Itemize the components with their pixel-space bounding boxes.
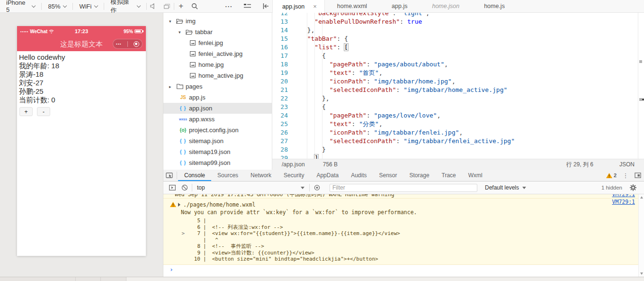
code-line-18[interactable]: 18 "pagePath": "pages/about/about", (272, 60, 637, 69)
console-code-line[interactable]: 10|<button size="mini" bindtap="headclic… (163, 256, 644, 263)
warning-count-badge[interactable]: 2 (603, 172, 619, 178)
scroll-down-icon[interactable] (640, 272, 643, 275)
debugger-tab-appdata[interactable]: AppData (310, 170, 345, 181)
search-icon[interactable] (188, 0, 201, 12)
code-line-22[interactable]: 22 }, (272, 94, 637, 103)
code-line-25[interactable]: 25 "text": "分类", (272, 120, 637, 128)
compile-mode-icon[interactable] (241, 0, 254, 12)
code-line-13[interactable]: 13 "enablePullDownRefresh": true (272, 18, 637, 26)
console-code-line[interactable]: 8|<!-- 事件监听 --> (163, 243, 644, 250)
chevron-right-icon[interactable]: ▸ (169, 84, 175, 89)
network-select[interactable]: WiFi (73, 0, 104, 12)
console-code-line[interactable]: >7|<view wx:for="{{student}}">{{item.nam… (163, 230, 644, 237)
code-line-24[interactable]: 24 "pagePath": "pages/love/love", (272, 111, 637, 120)
console-scrollbar[interactable] (638, 194, 644, 277)
code-line-17[interactable]: 17 { (272, 52, 637, 60)
scroll-up-icon[interactable] (640, 196, 643, 199)
console-code-line[interactable]: 9|<view>当前计数: {{counter}}</view> (163, 250, 644, 256)
file-tree-item-home.jpg[interactable]: home.jpg (163, 59, 272, 70)
debugger-tab-sensor[interactable]: Sensor (373, 170, 403, 181)
file-tree-item-sitemap19.json[interactable]: { }sitemap19.json (163, 146, 272, 157)
more-menu-icon[interactable]: ••• (116, 42, 121, 46)
debugger-tab-wxml[interactable]: Wxml (462, 170, 489, 181)
log-levels-select[interactable]: Default levels (485, 184, 526, 191)
file-tree-item-fenlei.jpg[interactable]: fenlei.jpg (163, 37, 272, 48)
scale-select[interactable]: 85% (42, 0, 72, 12)
debugger-tab-console[interactable]: Console (178, 170, 211, 181)
dock-side-icon[interactable] (632, 170, 644, 181)
live-expression-icon[interactable] (311, 181, 323, 194)
editor-tab-home.wxml[interactable]: home.wxml (325, 0, 379, 12)
file-tree-item-sitemap.json[interactable]: { }sitemap.json (163, 136, 272, 146)
code-line-28[interactable]: 28 } (272, 145, 637, 154)
file-tree-item-project.config.json[interactable]: {o}project.config.json (163, 125, 272, 136)
console-sidebar-icon[interactable] (166, 181, 179, 194)
float-window-icon[interactable] (160, 0, 174, 12)
source-link[interactable]: VM729:1 (612, 194, 635, 198)
cursor-position[interactable]: 行 29, 列 6 (566, 161, 593, 169)
capsule-menu[interactable]: ••• (113, 39, 143, 49)
file-tree-item-img[interactable]: ▾img (163, 16, 272, 27)
code-editor[interactable]: 12 "backgroundTextStyle": "light",13 "en… (272, 13, 644, 159)
sound-icon[interactable] (147, 0, 161, 12)
minus-button[interactable]: - (37, 107, 50, 116)
file-tree-item-home_active.jpg[interactable]: home_active.jpg (163, 70, 272, 81)
debugger-tab-trace[interactable]: Trace (436, 170, 462, 181)
editor-tab-home.json[interactable]: home.json (420, 0, 472, 12)
debugger-tab-sources[interactable]: Sources (211, 170, 244, 181)
toggle-panel-icon[interactable] (259, 0, 272, 12)
device-select[interactable]: iPhone 5 (0, 0, 41, 12)
file-tree-item-app.js[interactable]: JSapp.js (163, 92, 272, 103)
console-code-line[interactable]: 6|<!-- 列表渲染:wx:for --> (163, 224, 644, 231)
debugger-tab-security[interactable]: Security (277, 170, 310, 181)
file-tree-item-tabbar[interactable]: ▾tabbar (163, 27, 272, 37)
file-tree-item-fenlei_active.jpg[interactable]: fenlei_active.jpg (163, 48, 272, 59)
language-mode[interactable]: JSON (619, 161, 635, 168)
chevron-down-icon[interactable]: ▾ (179, 30, 185, 35)
code-line-23[interactable]: 23 { (272, 103, 637, 111)
more-options-icon[interactable]: ··· (222, 0, 236, 12)
file-tree-item-app.json[interactable]: { }app.json (163, 103, 272, 114)
editor-tab-app.json[interactable]: app.json× (272, 0, 325, 13)
add-icon[interactable]: + (174, 0, 188, 12)
simulate-menu[interactable]: 模拟操作 (104, 0, 146, 12)
console-settings-icon[interactable] (627, 181, 639, 194)
code-line-27[interactable]: 27 "selectedIconPath": "img/tabbar/fenle… (272, 137, 637, 145)
editor-scrollbar[interactable] (638, 13, 644, 159)
console-filter-input[interactable] (330, 184, 477, 192)
chevron-down-icon[interactable]: ▾ (169, 19, 175, 24)
code-line-14[interactable]: 14 }, (272, 26, 637, 35)
file-tree-item-sitemap99.json[interactable]: { }sitemap99.json (163, 157, 272, 168)
console-code-line[interactable]: 5| (163, 218, 644, 224)
clear-console-icon[interactable] (179, 181, 191, 194)
debugger-tab-network[interactable]: Network (244, 170, 277, 181)
file-tree-item-app.wxss[interactable]: wxssapp.wxss (163, 114, 272, 125)
context-select[interactable]: top (193, 181, 308, 194)
code-line-19[interactable]: 19 "text": "首页", (272, 69, 637, 77)
code-line-29[interactable]: 29 ] (272, 154, 637, 159)
editor-tab-app.js[interactable]: app.js (379, 0, 420, 12)
code-line-26[interactable]: 26 "iconPath": "img/tabbar/fenlei.jpg", (272, 128, 637, 137)
code-line-20[interactable]: 20 "iconPath": "img/tabbar/home.jpg", (272, 77, 637, 86)
inspect-element-icon[interactable] (163, 170, 176, 181)
debugger-tab-storage[interactable]: Storage (403, 170, 436, 181)
exit-record-icon[interactable] (134, 41, 139, 47)
expand-arrow-icon[interactable] (178, 203, 180, 207)
kebab-menu-icon[interactable]: ⋮ (619, 170, 632, 181)
code-line-15[interactable]: 15 "tabBar": { (272, 35, 637, 43)
code-line-16[interactable]: 16 "list": [ (272, 43, 637, 52)
close-icon[interactable]: × (313, 3, 317, 10)
code-line-21[interactable]: 21 "selectedIconPath": "img/tabbar/home_… (272, 86, 637, 94)
console-warning[interactable]: ./pages/home/home.wxml VM729:1 Now you c… (163, 199, 644, 265)
console-input-row[interactable]: › (163, 265, 644, 274)
code-line-12[interactable]: 12 "backgroundTextStyle": "light", (272, 13, 637, 18)
plus-button[interactable]: + (19, 107, 33, 116)
file-tree-item-pages[interactable]: ▸pages (163, 81, 272, 92)
editor-tab-home.js[interactable]: home.js (472, 0, 517, 12)
expand-arrow-icon[interactable]: > (163, 230, 185, 237)
debugger-tab-audits[interactable]: Audits (345, 170, 373, 181)
console-message-clipped[interactable]: Wed Sep 11 2019 17:21:43 GMT+0800 (中国标准时… (163, 194, 644, 199)
console-code-line[interactable]: | ^ (163, 237, 644, 244)
mini-program-content: Hello codewhy我的年龄: 18景涛-18刘安-27孙鹏-25当前计数… (17, 51, 146, 118)
source-link[interactable]: VM729:1 (612, 199, 635, 205)
